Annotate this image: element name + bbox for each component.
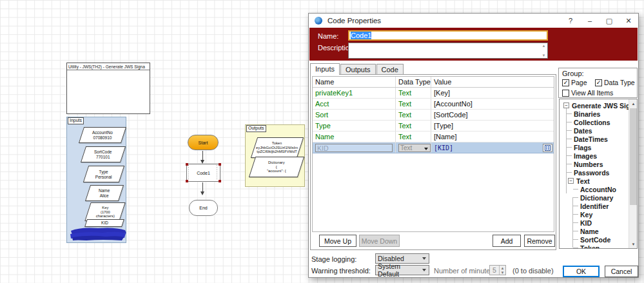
inputs-tab-panel: Name Data Type Value privateKey1 Text [K… (310, 74, 556, 250)
tree-item-accountno[interactable]: AccountNo (580, 186, 616, 193)
dialog-titlebar[interactable]: Code Properties ? – ▢ ✕ (309, 14, 638, 28)
redaction-scribble (67, 222, 129, 242)
close-button[interactable]: ✕ (619, 14, 638, 28)
name-label: Name: (318, 32, 338, 40)
data-stage-token[interactable]: TokeneyJhbGciOiJSUzI1NiIsImtpZCI6Ikljb2h… (251, 137, 304, 158)
move-up-button[interactable]: Move Up (319, 235, 356, 247)
tree-item-sortcode[interactable]: SortCode (580, 236, 610, 244)
table-row[interactable]: privateKey1 Text [Key] (313, 88, 554, 99)
cell-name[interactable]: Name (313, 133, 395, 141)
tab-inputs[interactable]: Inputs (310, 63, 340, 75)
data-stage-name: AccountNo (92, 130, 113, 135)
scroll-up-icon[interactable]: ▲ (629, 99, 638, 108)
column-header-value[interactable]: Value (431, 78, 554, 86)
tab-code[interactable]: Code (376, 64, 404, 75)
data-stage-accountno[interactable]: AccountNo07080910 (79, 127, 126, 143)
cell-type[interactable]: Text (396, 133, 431, 141)
warning-threshold-dropdown[interactable]: System Default (375, 265, 429, 275)
table-row-selected[interactable]: KID Text [KID] (313, 142, 554, 153)
cancel-button[interactable]: Cancel (605, 266, 638, 277)
data-stage-name: SortCode (94, 150, 112, 154)
column-header-datatype[interactable]: Data Type (396, 78, 431, 86)
textarea-scrollbar[interactable]: ▲ ▼ (541, 44, 547, 57)
table-row[interactable]: Sort Text [SortCode] (313, 110, 554, 121)
scrollbar-thumb[interactable] (630, 108, 637, 205)
dropdown-arrow-icon (424, 148, 428, 150)
cell-value[interactable]: [SortCode] (431, 111, 554, 119)
minutes-spinner: 5 ▲ ▼ (489, 265, 506, 275)
data-stage-dictionary[interactable]: Dictionary{"account": { (249, 157, 304, 177)
tree-item-datetimes[interactable]: DateTimes (574, 135, 608, 143)
tree-item-collections[interactable]: Collections (574, 119, 610, 126)
remove-button[interactable]: Remove (524, 235, 555, 247)
tree-item-identifier[interactable]: Identifier (580, 202, 609, 210)
add-button[interactable]: Add (493, 235, 521, 247)
cell-name[interactable]: privateKey1 (313, 89, 395, 97)
data-stage-type[interactable]: TypePersonal (83, 166, 124, 182)
cell-name[interactable]: Acct (313, 100, 395, 108)
help-button[interactable]: ? (561, 14, 580, 28)
table-row[interactable]: Type Text [Type] (313, 121, 554, 132)
name-input[interactable]: Code1 (348, 30, 548, 41)
cell-value-expression[interactable]: [KID] (431, 144, 543, 151)
data-stage-sortcode[interactable]: SortCode770101 (81, 146, 126, 162)
code-stage-code1[interactable]: Code1 (186, 164, 220, 182)
data-stage-value: 07080910 (93, 135, 112, 140)
tree-item-name[interactable]: Name (580, 228, 599, 235)
tree-root-generate-jws-signature[interactable]: Generate JWS Signature (572, 102, 638, 110)
cell-type[interactable]: Text (396, 111, 431, 119)
tree-item-text[interactable]: Text (576, 177, 590, 185)
dropdown-arrow-icon (422, 257, 426, 260)
selection-handle[interactable] (186, 163, 188, 166)
ok-button[interactable]: OK (563, 266, 600, 277)
tree-item-kid[interactable]: KID (580, 219, 592, 227)
collapse-icon[interactable]: − (563, 102, 569, 108)
description-textarea[interactable]: ▲ ▼ (348, 43, 548, 59)
tree-item-dates[interactable]: Dates (574, 127, 592, 135)
scroll-up-icon[interactable]: ▲ (542, 44, 546, 48)
table-row[interactable]: Name Text [Name] (313, 132, 554, 142)
tree-item-images[interactable]: Images (574, 152, 597, 160)
data-stage-key[interactable]: Key(1700characters) (84, 202, 125, 221)
tab-outputs[interactable]: Outputs (340, 64, 376, 75)
checkbox-check-icon (562, 79, 569, 86)
collapse-icon[interactable]: − (568, 178, 574, 184)
tree-scrollbar[interactable]: ▲ ▼ (629, 99, 637, 248)
tree-item-binaries[interactable]: Binaries (574, 110, 600, 118)
table-row[interactable]: Acct Text [AccountNo] (313, 99, 554, 110)
data-stage-name-alice[interactable]: NameAlice (85, 185, 124, 201)
checkbox-page[interactable]: Page (562, 79, 587, 86)
checkbox-data-type[interactable]: Data Type (595, 79, 635, 86)
selection-handle[interactable] (219, 163, 221, 166)
tree-item-dictionary[interactable]: Dictionary (580, 194, 613, 202)
tree-item-key[interactable]: Key (580, 211, 592, 219)
cell-value[interactable]: [AccountNo] (431, 100, 554, 108)
scroll-down-icon[interactable]: ▼ (629, 240, 638, 248)
tree-item-token[interactable]: Token (580, 244, 600, 249)
maximize-button[interactable]: ▢ (600, 14, 619, 28)
minutes-value: 5 (490, 266, 499, 274)
tree-item-passwords[interactable]: Passwords (574, 169, 609, 177)
selection-handle[interactable] (186, 180, 188, 182)
cell-value[interactable]: [Name] (431, 133, 554, 141)
column-header-name[interactable]: Name (313, 78, 395, 86)
cell-value[interactable]: [Key] (431, 89, 554, 97)
end-stage[interactable]: End (189, 200, 218, 216)
tree-item-numbers[interactable]: Numbers (574, 161, 603, 168)
minimize-button[interactable]: – (580, 14, 600, 28)
cell-name-editor[interactable]: KID (315, 144, 393, 152)
cell-type[interactable]: Text (396, 122, 431, 130)
expression-editor-button[interactable] (543, 144, 552, 152)
scroll-down-icon[interactable]: ▼ (542, 54, 546, 57)
selection-handle[interactable] (219, 180, 221, 182)
checkbox-view-all-items[interactable]: View All Items (562, 89, 613, 97)
cell-type[interactable]: Text (396, 89, 431, 97)
cell-name[interactable]: Type (313, 122, 395, 130)
group-filter-box: Group: Page Data Type View All Items (558, 68, 638, 98)
cell-name[interactable]: Sort (313, 111, 395, 119)
tree-item-flags[interactable]: Flags (574, 144, 591, 151)
cell-type[interactable]: Text (396, 100, 431, 108)
cell-value[interactable]: [Type] (431, 122, 554, 130)
start-stage[interactable]: Start (188, 135, 219, 150)
datatype-dropdown[interactable]: Text (398, 144, 431, 152)
